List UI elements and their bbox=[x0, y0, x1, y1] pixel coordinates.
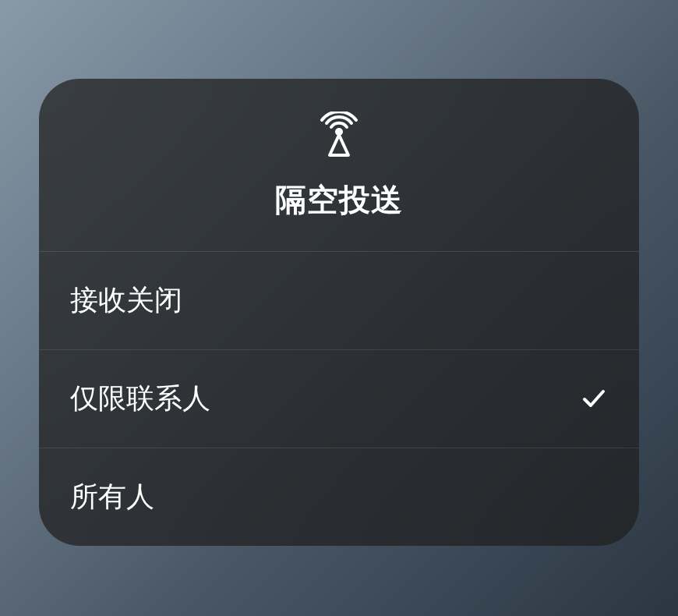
option-label: 仅限联系人 bbox=[70, 380, 210, 418]
option-label: 接收关闭 bbox=[70, 281, 182, 320]
option-receiving-off[interactable]: 接收关闭 bbox=[39, 252, 639, 350]
airdrop-icon bbox=[316, 112, 362, 158]
option-contacts-only[interactable]: 仅限联系人 bbox=[39, 350, 639, 448]
checkmark-icon bbox=[580, 384, 608, 412]
panel-title: 隔空投送 bbox=[275, 179, 403, 221]
airdrop-settings-panel: 隔空投送 接收关闭 仅限联系人 所有人 bbox=[39, 79, 639, 546]
option-label: 所有人 bbox=[70, 478, 154, 516]
option-everyone[interactable]: 所有人 bbox=[39, 448, 639, 546]
panel-header: 隔空投送 bbox=[39, 79, 639, 252]
options-list: 接收关闭 仅限联系人 所有人 bbox=[39, 252, 639, 546]
